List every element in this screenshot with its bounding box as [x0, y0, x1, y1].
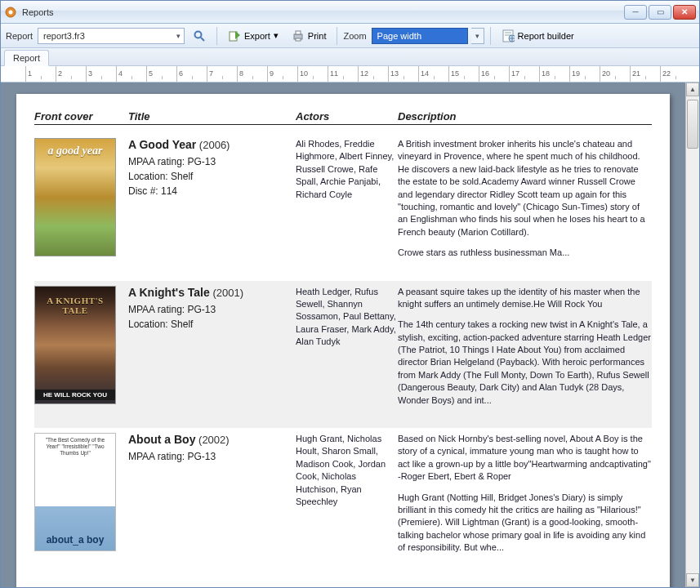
movie-year: (2006) — [196, 139, 230, 151]
ruler: 12345678910111213141516171819202122 — [1, 66, 699, 82]
movie-rating: MPAA rating: PG-13 — [128, 449, 296, 464]
svg-rect-6 — [296, 31, 301, 34]
toolbar: Report report3.fr3 ▾ Export ▾ Print Zoom — [1, 24, 699, 48]
movie-rating: MPAA rating: PG-13 — [128, 302, 296, 317]
zoom-combo[interactable]: Page width — [372, 28, 468, 44]
maximize-button[interactable]: ▭ — [649, 5, 671, 20]
search-icon — [193, 29, 206, 42]
report-label: Report — [6, 31, 33, 41]
cover-title: A KNIGHT'S TALE — [35, 293, 115, 318]
movie-title: About a Boy — [128, 433, 195, 446]
workspace: Front cover Title Actors Description a g… — [1, 82, 699, 587]
movie-description: A British investment broker inherits his… — [398, 138, 652, 268]
report-row: a good yearA Good Year (2006)MPAA rating… — [34, 133, 652, 281]
cover-thumbnail: A KNIGHT'S TALEHE WILL ROCK YOU — [34, 286, 116, 404]
cover-quotes: "The Best Comedy of the Year!" "Irresist… — [35, 437, 115, 457]
tabstrip: Report — [1, 48, 699, 66]
chevron-down-icon: ▾ — [176, 32, 181, 40]
minimize-button[interactable]: ─ — [624, 5, 647, 20]
report-row: "The Best Comedy of the Year!" "Irresist… — [34, 428, 652, 576]
chevron-down-icon: ▾ — [274, 30, 279, 41]
movie-location: Location: Shelf — [128, 317, 296, 332]
movie-actors: Heath Ledger, Rufus Sewell, Shannyn Soss… — [296, 286, 398, 416]
print-button[interactable]: Print — [287, 27, 332, 45]
tab-report[interactable]: Report — [4, 50, 49, 66]
app-icon — [4, 6, 17, 19]
report-builder-label: Report builder — [518, 31, 574, 41]
svg-point-2 — [195, 31, 202, 38]
header-description: Description — [398, 110, 652, 122]
scroll-thumb[interactable] — [687, 100, 698, 149]
movie-year: (2002) — [195, 434, 229, 446]
movie-year: (2001) — [210, 287, 243, 299]
close-button[interactable]: ✕ — [673, 5, 696, 20]
scroll-track[interactable] — [686, 96, 699, 573]
header-title: Title — [128, 110, 296, 122]
report-value: report3.fr3 — [43, 31, 168, 41]
cover-thumbnail: a good year — [34, 138, 116, 256]
movie-title: A Good Year — [128, 138, 196, 151]
titlebar[interactable]: Reports ─ ▭ ✕ — [1, 1, 699, 24]
movie-description: A peasant squire takes up the identity o… — [398, 286, 652, 416]
header-cover: Front cover — [34, 110, 128, 122]
movie-rating: MPAA rating: PG-13 — [128, 154, 296, 169]
cover-tagline: HE WILL ROCK YOU — [35, 390, 115, 400]
header-actors: Actors — [296, 110, 398, 122]
scroll-up-button[interactable]: ▲ — [686, 82, 699, 96]
cover-thumbnail: "The Best Comedy of the Year!" "Irresist… — [34, 433, 116, 551]
movie-description: Based on Nick Hornby's best-selling nove… — [398, 433, 652, 563]
print-icon — [292, 29, 305, 42]
cover-logo: about_a boy — [35, 534, 115, 546]
vertical-scrollbar[interactable]: ▲ ▼ — [685, 82, 699, 587]
svg-point-1 — [9, 10, 13, 14]
scroll-down-button[interactable]: ▼ — [686, 573, 699, 587]
export-icon — [228, 29, 241, 42]
report-page: Front cover Title Actors Description a g… — [16, 94, 670, 587]
column-headers: Front cover Title Actors Description — [34, 110, 652, 125]
movie-title: A Knight's Tale — [128, 286, 210, 299]
movie-actors: Hugh Grant, Nicholas Hoult, Sharon Small… — [296, 433, 398, 563]
svg-line-3 — [201, 38, 204, 41]
cover-title: a good year — [35, 142, 115, 160]
window-title: Reports — [22, 7, 624, 17]
export-label: Export — [244, 31, 270, 41]
app-window: Reports ─ ▭ ✕ Report report3.fr3 ▾ Expor… — [0, 0, 700, 588]
movie-actors: Ali Rhodes, Freddie Highmore, Albert Fin… — [296, 138, 398, 268]
report-builder-button[interactable]: Report builder — [497, 27, 579, 45]
zoom-dropdown-button[interactable]: ▾ — [471, 28, 484, 44]
page-area[interactable]: Front cover Title Actors Description a g… — [1, 82, 685, 587]
movie-location: Location: Shelf — [128, 169, 296, 184]
report-combo[interactable]: report3.fr3 ▾ — [38, 28, 185, 44]
svg-rect-7 — [296, 38, 301, 41]
export-button[interactable]: Export ▾ — [223, 27, 283, 45]
report-builder-icon — [502, 29, 515, 42]
zoom-value: Page width — [377, 31, 464, 41]
zoom-label: Zoom — [343, 31, 366, 41]
search-button[interactable] — [188, 27, 211, 45]
print-label: Print — [308, 31, 327, 41]
report-row: A KNIGHT'S TALEHE WILL ROCK YOUA Knight'… — [34, 281, 652, 429]
movie-disc: Disc #: 114 — [128, 184, 296, 198]
